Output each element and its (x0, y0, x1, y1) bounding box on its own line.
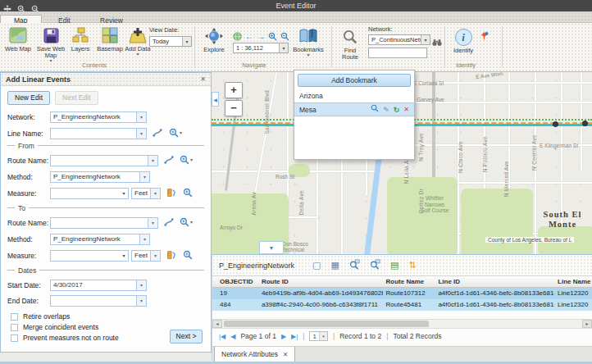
sort-records-icon[interactable]: ⇅ (408, 261, 416, 270)
end-date-label: End Date: (7, 297, 50, 305)
street-label: E Cortada St (413, 80, 444, 86)
zoom-options-caret-icon[interactable]: ▾ (190, 221, 193, 225)
record-range-label: Record 1 to 2 (339, 332, 381, 340)
collapse-panel-left-button[interactable]: ◀ (212, 92, 219, 107)
measure-from-map-icon[interactable] (166, 248, 176, 263)
measure-from-map-icon[interactable] (166, 186, 176, 201)
web-map-button[interactable]: Web Map (3, 26, 33, 52)
zoom-to-line-icon[interactable] (169, 126, 179, 141)
tab-network-attributes[interactable]: Network Attributes ✕ (214, 347, 295, 362)
prev-page-button[interactable]: ◀ (230, 333, 235, 340)
find-route-icon (343, 28, 357, 46)
network-select[interactable]: P_ContinuousNetwork ▾ (368, 34, 430, 45)
zoom-to-measure-icon[interactable] (183, 248, 193, 263)
scroll-right-icon[interactable]: ▸ (582, 320, 592, 328)
basemap-button[interactable]: Basemap (95, 26, 125, 52)
next-edit-button[interactable]: Next Edit (55, 91, 98, 105)
contents-group-label: Contents (49, 61, 139, 69)
to-route-name-select[interactable]: ▾ (50, 217, 158, 229)
to-measure-unit-select[interactable]: Feet ▾ (131, 250, 161, 262)
attribute-table-icon[interactable]: ▦ (330, 261, 339, 270)
select-route-on-map-icon[interactable] (164, 216, 174, 230)
bookmarks-button[interactable]: Bookmarks ▾ (290, 27, 326, 57)
pushpin-icon[interactable] (480, 30, 489, 45)
zoom-options-caret-icon[interactable]: ▾ (180, 131, 182, 135)
route-search-input[interactable] (368, 48, 427, 58)
find-route-button[interactable]: Find Route (336, 28, 364, 61)
route-point-marker[interactable] (553, 121, 558, 127)
bookmark-refresh-icon[interactable]: ↻ (394, 103, 400, 116)
route-point-marker[interactable] (582, 121, 588, 126)
collapse-panel-down-button[interactable]: ▼ (259, 241, 284, 254)
binoculars-icon[interactable] (432, 35, 442, 50)
horizontal-scrollbar[interactable]: ◂ ▸ (212, 319, 592, 329)
add-bookmark-button[interactable]: Add Bookmark (298, 74, 411, 87)
next-page-button[interactable]: ▶ (281, 333, 286, 340)
end-date-input[interactable]: ▾ (50, 295, 147, 307)
from-measure-unit-select[interactable]: Feet ▾ (131, 188, 161, 199)
from-measure-input[interactable]: ▾ (50, 188, 129, 199)
to-method-select[interactable]: P_EngineeringNetwork ▾ (50, 234, 150, 245)
identify-button[interactable]: i Identify (449, 28, 477, 54)
scroll-left-icon[interactable]: ◂ (212, 320, 222, 328)
city-label: South ElMonte (536, 210, 589, 230)
map-scale-select[interactable]: 1 : 36,112 ▾ (233, 43, 289, 53)
zoom-options-caret-icon[interactable]: ▾ (190, 158, 193, 162)
window-titlebar: Event Editor (0, 0, 592, 11)
total-records-label: Total 2 Records (393, 332, 441, 340)
scrollbar-thumb[interactable] (224, 321, 429, 327)
map-zoom-out-button[interactable]: − (225, 100, 243, 116)
ribbon-tabstrip: Map Edit Review (0, 11, 592, 23)
bookmark-zoom-icon[interactable] (371, 103, 379, 116)
table-header-row[interactable]: OBJECTID Route ID Route Name Line ID Lin… (212, 275, 592, 288)
add-data-button[interactable]: Add Data ▾ (125, 26, 151, 57)
panel-title: Add Linear Events (6, 75, 200, 84)
select-line-on-map-icon[interactable] (153, 126, 162, 141)
first-page-button[interactable]: |◀ (219, 333, 225, 340)
tab-close-icon[interactable]: ✕ (283, 351, 288, 358)
bookmark-item-arizona[interactable]: Arizona (294, 90, 414, 102)
to-method-label: Method: (7, 235, 50, 243)
previous-extent-icon[interactable]: ← (245, 33, 253, 41)
new-edit-button[interactable]: New Edit (7, 91, 50, 105)
basemap-icon (102, 26, 118, 44)
retire-overlaps-checkbox[interactable] (11, 313, 18, 321)
switch-selection-icon[interactable]: ▤ (390, 261, 398, 270)
page-number-select[interactable]: 1 ▾ (309, 331, 327, 341)
table-row[interactable]: 484 a398ff4c-2940-4c00-96b6-c6343f8f1711… (212, 299, 592, 311)
zoom-to-selected-icon[interactable] (349, 258, 360, 273)
network-field-select[interactable]: P_EngineeringNetwork ▾ (50, 111, 147, 123)
select-route-on-map-icon[interactable] (164, 153, 174, 168)
add-data-caret-icon: ▾ (136, 52, 139, 57)
bookmark-delete-icon[interactable]: ✕ (403, 103, 409, 116)
select-record-icon[interactable]: ▢ (312, 261, 321, 270)
prevent-measures-checkbox[interactable] (11, 334, 18, 342)
pan-to-selected-icon[interactable] (370, 258, 380, 273)
table-row[interactable]: 19 4eb9419b-af9b-4d04-ab69-1d493476802b … (212, 288, 592, 299)
from-method-select[interactable]: P_EngineeringNetwork ▾ (50, 171, 150, 183)
bookmark-edit-icon[interactable]: ✎ (383, 103, 389, 116)
next-extent-icon[interactable]: → (257, 33, 265, 41)
zoom-to-measure-icon[interactable] (183, 186, 193, 201)
explore-button[interactable]: Explore (199, 27, 229, 53)
next-step-button[interactable]: Next > (170, 330, 203, 344)
merge-coincident-checkbox[interactable] (11, 324, 18, 331)
network-field-label: Network: (7, 113, 50, 121)
bookmark-item-mesa[interactable]: Mesa ✎ ↻ ✕ (294, 102, 414, 116)
zoom-to-route-icon[interactable] (180, 216, 189, 230)
start-date-input[interactable]: 4/30/2017 ▾ (50, 280, 147, 291)
view-date-select[interactable]: Today ▾ (149, 36, 192, 47)
map-zoom-in-button[interactable]: + (225, 82, 243, 98)
save-web-map-button[interactable]: Save Web Map ▾ (36, 26, 66, 63)
golf-course-label: WhittierNarrowsGolf Course (410, 195, 459, 214)
bottom-tabstrip: Network Attributes ✕ (212, 346, 592, 362)
to-measure-input[interactable]: ▾ (50, 250, 129, 262)
layers-button[interactable]: Layers (67, 26, 93, 52)
street-label: Arena Av (251, 192, 257, 216)
zoom-to-route-icon[interactable] (180, 153, 189, 168)
panel-close-icon[interactable]: ✕ (200, 75, 206, 83)
bookmarks-popup: Add Bookmark Arizona Mesa ✎ ↻ ✕ (294, 70, 415, 160)
from-route-name-select[interactable]: ▾ (50, 155, 158, 166)
last-page-button[interactable]: ▶| (291, 333, 298, 340)
line-name-select[interactable]: ▾ (50, 128, 147, 139)
